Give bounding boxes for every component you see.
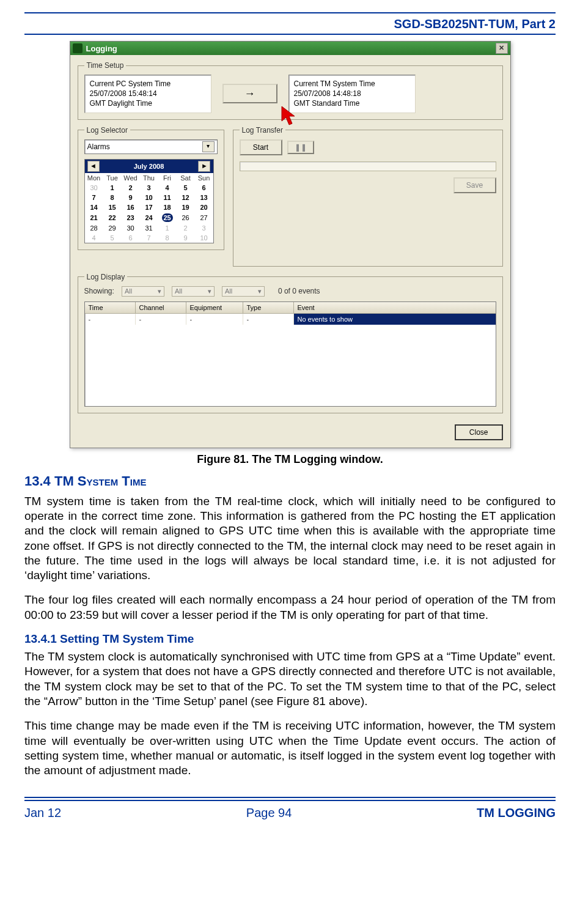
calendar-day[interactable]: 3 [140, 183, 158, 193]
body-paragraph: TM system time is taken from the TM real… [24, 494, 556, 583]
calendar-day[interactable]: 9 [122, 193, 140, 202]
calendar-day[interactable]: 7 [140, 233, 158, 243]
pc-time-header: Current PC System Time [90, 79, 206, 89]
page-footer: Jan 12 Page 94 TM LOGGING [24, 797, 556, 820]
calendar-day[interactable]: 10 [195, 233, 213, 243]
calendar-day[interactable]: 23 [122, 212, 140, 223]
calendar-dow: Sat [177, 173, 195, 183]
footer-section: TM LOGGING [477, 806, 556, 820]
showing-label: Showing: [84, 287, 114, 295]
calendar-day[interactable]: 10 [140, 193, 158, 202]
body-paragraph: The TM system clock is automatically syn… [24, 649, 556, 709]
calendar-day[interactable]: 15 [103, 202, 122, 212]
calendar-day[interactable]: 25 [158, 212, 177, 223]
calendar-day[interactable]: 27 [195, 212, 213, 223]
table-row: - - - - No events to show [85, 314, 496, 325]
calendar-day[interactable]: 5 [103, 233, 122, 243]
log-selector-dropdown[interactable]: Alarms ▾ [84, 139, 218, 154]
calendar-dow: Wed [122, 173, 140, 183]
col-equipment[interactable]: Equipment [186, 302, 243, 313]
calendar-day[interactable]: 6 [122, 233, 140, 243]
calendar-day[interactable]: 5 [177, 183, 195, 193]
log-transfer-legend: Log Transfer [240, 126, 285, 135]
col-time[interactable]: Time [85, 302, 136, 313]
calendar-day[interactable]: 21 [85, 212, 103, 223]
chevron-down-icon: ▾ [202, 141, 215, 152]
cell-equipment: - [186, 314, 243, 325]
calendar-day[interactable]: 22 [103, 212, 122, 223]
calendar-week: 30123456 [85, 183, 213, 193]
col-event[interactable]: Event [294, 302, 496, 313]
calendar-day[interactable]: 1 [103, 183, 122, 193]
calendar-month-label: July 2008 [134, 163, 164, 170]
calendar-week: 21222324252627 [85, 212, 213, 223]
calendar-day[interactable]: 17 [140, 202, 158, 212]
calendar-day[interactable]: 11 [158, 193, 177, 202]
calendar: ◄ July 2008 ► MonTueWedThuFriSatSun 3012… [84, 159, 214, 243]
time-setup-group: Time Setup Current PC System Time 25/07/… [78, 61, 503, 120]
calendar-dow: Fri [158, 173, 177, 183]
log-selector-legend: Log Selector [84, 126, 130, 135]
filter-1-dropdown[interactable]: All ▾ [122, 286, 164, 297]
events-grid: Time Channel Equipment Type Event - - - … [84, 301, 496, 407]
log-display-legend: Log Display [84, 273, 128, 281]
col-type[interactable]: Type [243, 302, 294, 313]
calendar-day[interactable]: 2 [177, 223, 195, 233]
log-display-group: Log Display Showing: All ▾ All ▾ All [78, 273, 503, 413]
tm-time-box: Current TM System Time 25/07/2008 14:48:… [288, 75, 416, 113]
calendar-week: 14151617181920 [85, 202, 213, 212]
filter-3-dropdown[interactable]: All ▾ [222, 286, 265, 297]
calendar-dow: Thu [140, 173, 158, 183]
calendar-day[interactable]: 3 [195, 223, 213, 233]
start-button[interactable]: Start [240, 139, 282, 155]
calendar-prev-button[interactable]: ◄ [87, 161, 100, 172]
calendar-day[interactable]: 18 [158, 202, 177, 212]
body-paragraph: The four log files created will each nor… [24, 593, 556, 623]
calendar-day[interactable]: 14 [85, 202, 103, 212]
app-icon [73, 43, 83, 53]
arrow-button[interactable]: → [222, 84, 277, 103]
chevron-down-icon: ▾ [158, 287, 161, 295]
calendar-day[interactable]: 12 [177, 193, 195, 202]
calendar-day[interactable]: 16 [122, 202, 140, 212]
col-channel[interactable]: Channel [136, 302, 186, 313]
calendar-day[interactable]: 13 [195, 193, 213, 202]
calendar-day[interactable]: 30 [85, 183, 103, 193]
subsection-heading: 13.4.1 Setting TM System Time [24, 632, 556, 646]
cell-channel: - [136, 314, 186, 325]
close-button[interactable]: Close [455, 424, 503, 440]
events-count: 0 of 0 events [278, 287, 320, 295]
calendar-day[interactable]: 24 [140, 212, 158, 223]
calendar-next-button[interactable]: ► [198, 161, 210, 172]
calendar-day[interactable]: 28 [85, 223, 103, 233]
window-close-button[interactable]: ✕ [496, 43, 508, 54]
calendar-day[interactable]: 1 [158, 223, 177, 233]
calendar-day[interactable]: 29 [103, 223, 122, 233]
calendar-day[interactable]: 6 [195, 183, 213, 193]
calendar-day[interactable]: 2 [122, 183, 140, 193]
pause-button[interactable]: ❚❚ [287, 141, 314, 154]
calendar-day[interactable]: 9 [177, 233, 195, 243]
calendar-day[interactable]: 26 [177, 212, 195, 223]
filter-2-dropdown[interactable]: All ▾ [172, 286, 215, 297]
section-title: TM System Time [51, 473, 147, 489]
calendar-day[interactable]: 31 [140, 223, 158, 233]
calendar-day[interactable]: 4 [158, 183, 177, 193]
filter-3-value: All [225, 287, 232, 295]
calendar-day[interactable]: 8 [158, 233, 177, 243]
save-button[interactable]: Save [453, 177, 496, 193]
calendar-day[interactable]: 30 [122, 223, 140, 233]
calendar-day[interactable]: 7 [85, 193, 103, 202]
doc-header: SGD-SB2025NT-TUM, Part 2 [24, 13, 556, 34]
calendar-day[interactable]: 8 [103, 193, 122, 202]
log-selector-value: Alarms [87, 142, 110, 151]
calendar-day[interactable]: 20 [195, 202, 213, 212]
calendar-dow: Tue [103, 173, 122, 183]
calendar-week: 28293031123 [85, 223, 213, 233]
chevron-down-icon: ▾ [258, 287, 262, 295]
calendar-day[interactable]: 19 [177, 202, 195, 212]
cell-event: No events to show [294, 314, 496, 325]
cell-time: - [85, 314, 136, 325]
time-setup-legend: Time Setup [84, 61, 127, 70]
calendar-day[interactable]: 4 [85, 233, 103, 243]
